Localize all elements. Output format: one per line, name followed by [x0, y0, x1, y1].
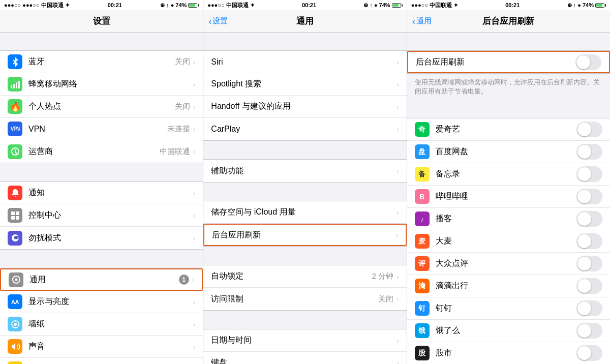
app-item-1[interactable]: 盘百度网盘	[407, 141, 610, 163]
bgrefresh-scroll[interactable]: 后台应用刷新 使用无线局域网或蜂窝移动网时，允许应用在后台刷新内容。关闭应用有助…	[407, 33, 610, 364]
carrier-name-3: 中国联通 ✦	[430, 2, 458, 9]
app-item-7[interactable]: 滴滴滴出行	[407, 275, 610, 297]
settings-item-vpn[interactable]: VPN VPN 未连接 ›	[0, 118, 203, 140]
app-name-7: 滴滴出行	[436, 281, 576, 291]
sounds-chevron: ›	[193, 343, 196, 351]
general-item-keyboard[interactable]: 键盘 ›	[203, 352, 406, 364]
app-toggle-0[interactable]	[576, 122, 602, 137]
section-gap-3	[0, 250, 203, 268]
general-section-storage: 储存空间与 iCloud 用量 › 后台应用刷新 ›	[203, 201, 406, 247]
general-gap-1	[203, 33, 406, 50]
keyboard-label: 键盘	[211, 357, 396, 364]
dnd-label: 勿扰模式	[28, 233, 193, 244]
app-toggle-4[interactable]	[576, 211, 602, 227]
settings-item-hotspot[interactable]: 🔥 个人热点 关闭 ›	[0, 96, 203, 118]
app-icon-2: 备	[415, 167, 430, 181]
settings-item-wallpaper[interactable]: 墙纸 ›	[0, 313, 203, 336]
app-toggle-10[interactable]	[576, 345, 602, 361]
general-item-background-refresh[interactable]: 后台应用刷新 ›	[203, 224, 406, 246]
svg-rect-1	[13, 84, 15, 88]
bgrefresh-main-toggle-item[interactable]: 后台应用刷新	[407, 51, 610, 73]
app-toggle-5[interactable]	[576, 233, 602, 249]
app-toggle-7[interactable]	[576, 278, 602, 294]
cellular-chevron: ›	[193, 80, 196, 88]
app-icon-10: 股	[415, 346, 430, 360]
general-scroll[interactable]: Siri › Spotlight 搜索 › Handoff 与建议的应用 › C…	[203, 33, 406, 364]
app-item-0[interactable]: 奇爱奇艺	[407, 118, 610, 141]
signal-2: ●●●○○	[207, 2, 224, 8]
app-toggle-2[interactable]	[576, 166, 602, 182]
app-icon-6: 评	[415, 256, 430, 271]
app-item-9[interactable]: 饿饿了么	[407, 320, 610, 342]
app-toggle-6[interactable]	[576, 256, 602, 271]
panel-general: ●●●○○ 中国联通 ✦ 00:21 ⊕ ↑ ● 74% ‹ 设置 通用	[203, 0, 407, 364]
carrier-1: ●●●○○ 中国联通 ✦	[22, 2, 69, 9]
app-item-4[interactable]: ♪播客	[407, 208, 610, 230]
app-name-2: 备忘录	[436, 169, 576, 179]
nav-back-general[interactable]: ‹ 设置	[208, 16, 228, 26]
app-toggle-1[interactable]	[576, 144, 602, 160]
settings-item-notifications[interactable]: 通知 ›	[0, 182, 203, 204]
svg-rect-2	[16, 82, 17, 88]
general-item-spotlight[interactable]: Spotlight 搜索 ›	[203, 73, 406, 96]
general-item-handoff[interactable]: Handoff 与建议的应用 ›	[203, 96, 406, 118]
back-chevron-general: ‹	[208, 17, 211, 26]
general-item-siri[interactable]: Siri ›	[203, 51, 406, 73]
app-item-5[interactable]: 麦大麦	[407, 230, 610, 253]
bgrefresh-main-toggle[interactable]	[575, 54, 601, 70]
settings-item-bluetooth[interactable]: 蓝牙 关闭 ›	[0, 51, 203, 73]
app-icon-1: 盘	[415, 144, 430, 159]
settings-item-carrier[interactable]: 运营商 中国联通 ›	[0, 140, 203, 163]
nav-back-label-general: 设置	[212, 16, 228, 26]
general-section-siri: Siri › Spotlight 搜索 › Handoff 与建议的应用 › C…	[203, 50, 406, 141]
nav-bar-settings: 设置	[0, 10, 203, 33]
app-item-2[interactable]: 备备忘录	[407, 163, 610, 186]
bluetooth-chevron: ›	[193, 58, 196, 66]
settings-item-control-center[interactable]: 控制中心 ›	[0, 204, 203, 227]
app-item-8[interactable]: 钉钉钉	[407, 297, 610, 320]
spotlight-label: Spotlight 搜索	[211, 79, 396, 89]
status-right-1: ⊕ ↑ ● 74%	[160, 2, 199, 9]
bluetooth-icon	[8, 54, 22, 69]
display-icon: AA	[8, 294, 22, 309]
vpn-label: VPN	[28, 125, 167, 134]
general-item-restrictions[interactable]: 访问限制 关闭 ›	[203, 288, 406, 310]
nav-back-bgrefresh[interactable]: ‹ 通用	[412, 16, 432, 26]
app-name-3: 哔哩哔哩	[436, 191, 576, 202]
signal-3: ●●●○○	[411, 2, 428, 8]
settings-item-sounds[interactable]: 声音 ›	[0, 336, 203, 358]
svg-point-10	[15, 279, 17, 281]
cellular-label: 蜂窝移动网络	[28, 79, 193, 89]
general-item-storage[interactable]: 储存空间与 iCloud 用量 ›	[203, 201, 406, 224]
app-item-6[interactable]: 评大众点评	[407, 253, 610, 275]
autolock-chevron: ›	[396, 272, 399, 281]
status-left-1: ●●●○○ ●●●○○ 中国联通 ✦	[4, 2, 70, 9]
settings-item-touchid[interactable]: Touch ID 与密码 ›	[0, 358, 203, 364]
general-item-accessibility[interactable]: 辅助功能 ›	[203, 160, 406, 182]
vpn-chevron: ›	[193, 125, 196, 133]
settings-scroll[interactable]: 蓝牙 关闭 › 蜂窝移动网络 ›	[0, 33, 203, 364]
general-item-datetime[interactable]: 日期与时间 ›	[203, 329, 406, 352]
accessibility-label: 辅助功能	[211, 166, 396, 176]
svg-rect-6	[16, 211, 19, 215]
status-right-3: ⊕ ↑ ● 74%	[567, 2, 606, 9]
settings-item-display[interactable]: AA 显示与亮度 ›	[0, 291, 203, 313]
app-name-6: 大众点评	[436, 258, 576, 269]
carrier-icon	[8, 144, 22, 159]
settings-item-dnd[interactable]: 勿扰模式 ›	[0, 227, 203, 249]
notifications-label: 通知	[28, 188, 193, 198]
app-name-9: 饿了么	[436, 325, 576, 336]
app-toggle-8[interactable]	[576, 300, 602, 316]
app-item-10[interactable]: 股股市	[407, 342, 610, 364]
carrier-label: 运营商	[28, 146, 160, 157]
settings-item-cellular[interactable]: 蜂窝移动网络 ›	[0, 73, 203, 96]
app-toggle-9[interactable]	[576, 323, 602, 339]
settings-item-general[interactable]: 通用 1 ›	[0, 268, 203, 291]
app-toggle-3[interactable]	[576, 189, 602, 204]
general-icon	[9, 272, 23, 287]
svg-rect-5	[11, 211, 15, 215]
app-icon-7: 滴	[415, 279, 430, 293]
general-item-autolock[interactable]: 自动锁定 2 分钟 ›	[203, 265, 406, 288]
general-item-carplay[interactable]: CarPlay ›	[203, 118, 406, 140]
app-item-3[interactable]: B哔哩哔哩	[407, 186, 610, 208]
